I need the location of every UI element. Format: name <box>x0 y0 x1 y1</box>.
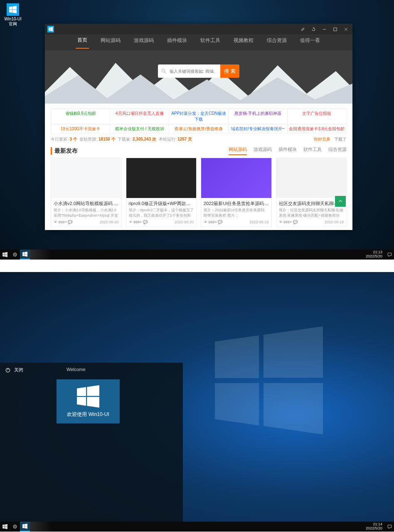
stat-user: 你好北鼻 <box>314 137 330 141</box>
card-thumb <box>276 158 347 198</box>
card-title: 小水滴v2.0网站导航模板源码 ... <box>51 198 121 208</box>
search-bar: 搜 索 <box>158 64 239 78</box>
taskbar-clock[interactable]: 21:142022/5/20 <box>363 522 385 531</box>
ad-link[interactable]: 文字广告位招租 <box>288 109 346 124</box>
card-thumb <box>126 158 197 198</box>
shutdown-button[interactable]: 关闭 <box>0 363 183 377</box>
card-title: ripro9.0修正升级版+WP两款美... <box>126 198 197 208</box>
section-tab[interactable]: 游戏源码 <box>254 146 272 155</box>
ad-link[interactable]: 4月风口项目抖音无人直播 <box>110 109 169 124</box>
search-icon <box>161 68 167 74</box>
nav-item[interactable]: 综合资源 <box>265 37 288 48</box>
card-views: 👁 999+ 💬 <box>204 220 222 224</box>
ad-link[interactable]: 悬赏猫-手机上的兼职神器 <box>229 109 288 124</box>
windows-icon <box>7 3 19 16</box>
welcome-tile[interactable]: 欢迎使用 Win10-UI <box>57 379 120 423</box>
card-date: 2022-05-20 <box>175 220 194 224</box>
taskbar: 21:132022/5/20 <box>0 250 394 260</box>
site-nav: 首页 网站源码 游戏源码 插件模块 软件工具 视频教程 综合资源 值得一看 <box>45 35 352 50</box>
notification-icon[interactable] <box>385 252 394 257</box>
svg-point-5 <box>162 69 165 72</box>
ie-icon[interactable] <box>10 250 20 260</box>
nav-item[interactable]: 首页 <box>76 37 89 49</box>
ad-link[interactable]: 香港云/免验换算/受益终身 <box>169 124 228 134</box>
card-thumb <box>201 158 271 198</box>
taskbar-clock[interactable]: 21:132022/5/20 <box>363 250 385 259</box>
card-thumb <box>51 158 121 198</box>
ad-grid: 省钱购9.9元包邮 4月风口项目抖音无人直播 APP封装分发；全天CDN极速下载… <box>51 109 347 134</box>
card-views: 👁 999+ 💬 <box>129 220 148 224</box>
section-tab[interactable]: 插件模块 <box>278 146 297 155</box>
card-desc: 简介：小水滴2.0导航模板，小水滴2.0采用Thinkphp+EasyAdmin… <box>51 208 121 218</box>
nav-item[interactable]: 插件模块 <box>165 37 189 48</box>
notification-icon[interactable] <box>385 524 394 530</box>
minimize-icon[interactable] <box>320 25 328 33</box>
resource-card[interactable]: 小水滴v2.0网站导航模板源码 ... 简介：小水滴2.0导航模板，小水滴2.0… <box>51 158 122 227</box>
taskbar: 21:142022/5/20 <box>0 522 394 532</box>
nav-item[interactable]: 值得一看 <box>298 37 322 48</box>
taskbar-preview <box>30 522 52 532</box>
browser-window: 首页 网站源码 游戏源码 插件模块 软件工具 视频教程 综合资源 值得一看 搜 … <box>45 24 352 230</box>
stat-link[interactable]: 下载了 <box>334 137 347 141</box>
ad-link[interactable]: 省钱购9.9元包邮 <box>51 109 110 124</box>
search-button[interactable]: 搜 索 <box>220 64 239 78</box>
start-button[interactable] <box>0 522 10 532</box>
taskbar-preview <box>30 250 52 260</box>
link-icon[interactable] <box>298 25 307 33</box>
search-input[interactable] <box>158 64 220 78</box>
welcome-label: Welcome <box>66 367 86 372</box>
maximize-icon[interactable] <box>331 25 339 33</box>
start-button[interactable] <box>0 250 10 260</box>
stat-label: 今日更新: <box>51 136 69 142</box>
windows-icon <box>47 26 54 32</box>
card-title: 2022最新UI任务悬赏抢单源码 ... <box>201 198 271 208</box>
ad-link[interactable]: 域名防封/专业解决报毒强开~ <box>229 124 288 134</box>
svg-rect-1 <box>333 27 336 30</box>
stats-line: 今日更新: 3 个 全站资源: 18150 个 下载量: 2,305,243 次… <box>51 136 347 142</box>
nav-item[interactable]: 视频教程 <box>232 37 255 48</box>
nav-item[interactable]: 网站源码 <box>99 37 122 48</box>
resource-card[interactable]: ripro9.0修正升级版+WP两款美... 简介：ripro9.0二开版本，这… <box>126 158 197 227</box>
resource-card[interactable]: 2022最新UI任务悬赏抢单源码 ... 简介：2022最新UI任务悬赏抢单源码… <box>201 158 272 227</box>
stat-label: 全站资源: <box>79 136 97 142</box>
ad-link[interactable]: APP封装分发；全天CDN极速下载 <box>169 109 228 124</box>
desktop-shortcut[interactable]: Win10-UI官网 <box>3 3 22 27</box>
power-icon <box>5 367 11 373</box>
ad-link[interactable]: 糯米企业版支付 / 无视投诉 <box>110 124 169 134</box>
svg-line-6 <box>165 72 166 74</box>
section-title: 最新发布 <box>51 147 78 155</box>
window-titlebar[interactable] <box>45 24 352 35</box>
ad-link[interactable]: 19元100G不卡流量卡 <box>51 124 110 134</box>
shutdown-label: 关闭 <box>14 367 23 373</box>
card-views: 👁 999+ 💬 <box>54 220 72 224</box>
card-date: 2022-05-20 <box>99 220 118 224</box>
section-tab[interactable]: 综合资源 <box>328 146 347 155</box>
svg-rect-0 <box>323 29 325 30</box>
taskbar-app-active[interactable] <box>20 522 30 532</box>
refresh-icon[interactable] <box>309 25 318 33</box>
taskbar-app-active[interactable] <box>20 250 30 260</box>
nav-item[interactable]: 软件工具 <box>199 37 222 48</box>
wallpaper-windows-logo <box>215 327 323 436</box>
stat-value: 18150 个 <box>98 136 116 142</box>
desktop-shortcut-label: Win10-UI官网 <box>4 17 22 26</box>
stat-label: 下载量: <box>118 136 131 142</box>
card-date: 2022-05-19 <box>249 220 268 224</box>
stat-value: 1267 天 <box>177 136 192 142</box>
start-menu: 关闭 Welcome 欢迎使用 Win10-UI <box>0 363 183 522</box>
scroll-top-button[interactable] <box>335 196 346 207</box>
card-desc: 简介：社区交友源码支持聊天私聊-礼物系统-直播系统-缘分匹配+搭建教程功能：社区… <box>276 208 347 218</box>
close-icon[interactable] <box>342 25 350 33</box>
resource-card[interactable]: 社区交友源码支持聊天私聊-礼... 简介：社区交友源码支持聊天私聊-礼物系统-直… <box>276 158 347 227</box>
ad-link[interactable]: 全国通用流量卡3.8元全国包邮 <box>288 124 346 134</box>
stat-value: 3 个 <box>70 136 77 142</box>
nav-item[interactable]: 游戏源码 <box>132 37 155 48</box>
card-desc: 简介：2022最新UI任务悬赏抢单源码 附带安装教程 图片： <box>201 208 271 218</box>
card-desc: 简介：ripro9.0二开版本，这个模板完了核实的，我又换条仿开了2个美化包和全… <box>126 208 197 218</box>
windows-icon <box>77 385 99 408</box>
hero-banner: 搜 索 <box>45 50 352 104</box>
section-tab[interactable]: 软件工具 <box>303 146 322 155</box>
section-tab[interactable]: 网站源码 <box>229 146 247 155</box>
tile-label: 欢迎使用 Win10-UI <box>67 411 109 418</box>
ie-icon[interactable] <box>10 522 20 532</box>
